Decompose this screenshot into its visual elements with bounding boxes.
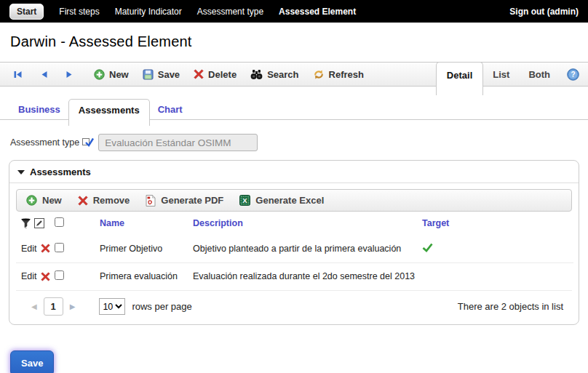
tab-assessments[interactable]: Assessments: [68, 99, 150, 126]
delete-button[interactable]: Delete: [194, 69, 237, 80]
assessment-type-row: Assessment type: [10, 134, 588, 151]
name-cell: Primera evaluación: [95, 262, 188, 290]
refresh-arrows-icon: [313, 69, 325, 80]
column-header-description[interactable]: Description: [188, 212, 417, 235]
delete-button-label: Delete: [208, 69, 237, 80]
row-checkbox[interactable]: [55, 270, 64, 280]
nav-item-maturity-indicator[interactable]: Maturity Indicator: [115, 7, 182, 17]
generate-pdf-label: Generate PDF: [161, 195, 223, 206]
main-toolbar: New Save Delete Search Refresh Detail Li…: [0, 62, 588, 87]
panel-title: Assessments: [30, 167, 91, 177]
previous-record-icon[interactable]: [40, 70, 48, 79]
footer-save-button[interactable]: Save: [10, 350, 54, 373]
start-button[interactable]: Start: [9, 4, 44, 20]
nav-item-assessment-type[interactable]: Assessment type: [197, 7, 263, 17]
generate-excel-button[interactable]: X Generate Excel: [239, 195, 324, 206]
nav-item-assessed-element[interactable]: Assessed Element: [279, 7, 356, 17]
select-all-checkbox[interactable]: [55, 217, 64, 227]
next-page-icon[interactable]: ▶: [63, 302, 82, 310]
delete-x-icon: [194, 69, 204, 79]
previous-page-icon[interactable]: ◀: [25, 302, 44, 310]
record-nav-icons: [0, 70, 85, 79]
help-icon[interactable]: ?: [560, 62, 581, 84]
save-button-label: Save: [158, 69, 180, 80]
column-header-target[interactable]: Target: [417, 212, 573, 235]
top-nav-bar: Start First steps Maturity Indicator Ass…: [0, 0, 588, 23]
pagination-bar: ◀ 1 ▶ 10 rows per page There are 2 objec…: [16, 290, 572, 323]
tab-detail[interactable]: Detail: [436, 62, 483, 95]
search-button[interactable]: Search: [250, 69, 298, 80]
tab-business[interactable]: Business: [10, 99, 68, 120]
generate-pdf-button[interactable]: Generate PDF: [146, 195, 223, 206]
page-title: Darwin - Assessed Element: [10, 33, 588, 50]
nav-item-first-steps[interactable]: First steps: [59, 7, 99, 17]
delete-row-icon[interactable]: [41, 244, 50, 253]
rows-per-page-label: rows per page: [132, 301, 191, 312]
description-cell: Evaluación realizada durante el 2do seme…: [188, 262, 417, 290]
panel-new-button[interactable]: New: [26, 195, 62, 206]
target-check-icon: [422, 243, 433, 252]
table-row: Edit Primer Objetivo Objetivo planteado …: [16, 235, 573, 262]
lookup-check-icon[interactable]: [82, 137, 95, 148]
save-floppy-icon: [143, 69, 154, 80]
new-plus-icon: [26, 195, 37, 206]
panel-collapse-header[interactable]: Assessments: [9, 161, 579, 183]
generate-excel-label: Generate Excel: [255, 195, 324, 206]
assessment-type-label: Assessment type: [10, 137, 79, 148]
excel-file-icon: X: [239, 195, 250, 206]
collapse-arrow-icon: [17, 170, 25, 175]
filter-funnel-icon[interactable]: [21, 218, 31, 229]
new-button-label: New: [109, 69, 129, 80]
panel-toolbar: New Remove Generate PDF X Generate Excel: [16, 189, 572, 212]
panel-remove-button[interactable]: Remove: [78, 195, 130, 206]
save-button[interactable]: Save: [143, 69, 180, 80]
table-header-row: Name Description Target: [16, 212, 573, 235]
assessments-panel: Assessments New Remove Generate PDF X Ge…: [9, 160, 579, 325]
search-binoculars-icon: [250, 69, 263, 80]
pdf-file-icon: [146, 195, 156, 206]
first-record-icon[interactable]: [13, 70, 23, 79]
content-tabs: Business Assessments Chart: [0, 99, 588, 120]
search-button-label: Search: [267, 69, 298, 80]
refresh-button[interactable]: Refresh: [313, 69, 364, 80]
name-cell: Primer Objetivo: [95, 235, 188, 262]
assessments-table: Name Description Target Edit Primer Obje…: [16, 212, 573, 290]
refresh-button-label: Refresh: [329, 69, 364, 80]
panel-new-label: New: [42, 195, 62, 206]
edit-mode-icon[interactable]: [34, 218, 44, 228]
svg-text:?: ?: [571, 71, 575, 79]
edit-link[interactable]: Edit: [21, 271, 37, 281]
new-button[interactable]: New: [94, 69, 129, 80]
objects-count-status: There are 2 objects in list: [458, 301, 563, 312]
column-header-name[interactable]: Name: [95, 212, 188, 235]
sign-out-link[interactable]: Sign out (admin): [509, 7, 579, 17]
delete-row-icon[interactable]: [41, 272, 50, 281]
tab-chart[interactable]: Chart: [150, 99, 191, 120]
panel-remove-label: Remove: [93, 195, 130, 206]
view-mode-tabs: Detail List Both ?: [436, 62, 581, 95]
tab-list[interactable]: List: [483, 62, 519, 80]
table-row: Edit Primera evaluación Evaluación reali…: [16, 262, 573, 290]
svg-text:X: X: [243, 196, 248, 204]
next-record-icon[interactable]: [65, 70, 74, 79]
rows-per-page-select[interactable]: 10: [99, 298, 125, 315]
edit-link[interactable]: Edit: [21, 244, 37, 254]
page-number-box[interactable]: 1: [44, 297, 63, 316]
description-cell: Objetivo planteado a partir de la primer…: [188, 235, 417, 262]
tab-both[interactable]: Both: [519, 62, 560, 80]
new-plus-icon: [94, 69, 105, 80]
remove-x-icon: [78, 196, 88, 206]
row-checkbox[interactable]: [55, 243, 64, 252]
assessment-type-input[interactable]: [98, 134, 258, 151]
